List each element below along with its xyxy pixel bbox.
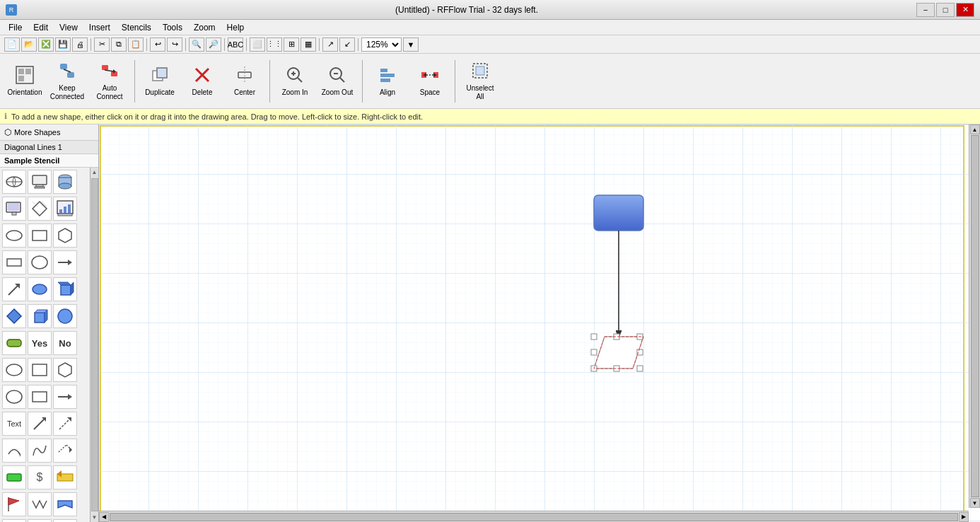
- cube-shape[interactable]: [53, 277, 77, 301]
- scroll-down-btn[interactable]: ▼: [970, 498, 980, 508]
- menu-tools[interactable]: Tools: [157, 21, 188, 34]
- find2-btn[interactable]: 🔎: [206, 37, 221, 52]
- auto-connect-btn[interactable]: AutoConnect: [89, 57, 130, 105]
- scroll-thumb-h[interactable]: [110, 513, 958, 521]
- maximize-button[interactable]: □: [936, 3, 955, 17]
- server-shape[interactable]: [53, 170, 77, 194]
- zigzag-shape[interactable]: [28, 492, 52, 516]
- view4-btn[interactable]: ▦: [301, 37, 316, 52]
- scroll-up-btn[interactable]: ▲: [91, 168, 98, 177]
- save-btn[interactable]: 💾: [55, 37, 71, 52]
- find-btn[interactable]: 🔍: [189, 37, 204, 52]
- rect2-shape[interactable]: [28, 358, 52, 382]
- flag-shape[interactable]: [2, 492, 26, 516]
- menu-zoom[interactable]: Zoom: [188, 21, 221, 34]
- zoom-out-btn[interactable]: Zoom Out: [317, 60, 358, 103]
- cut-btn[interactable]: ✂: [94, 37, 110, 52]
- line-h-shape[interactable]: [2, 519, 26, 522]
- scroll-thumb[interactable]: [91, 178, 98, 511]
- circle-shape[interactable]: [53, 304, 77, 328]
- undo-btn[interactable]: ↩: [150, 37, 165, 52]
- new-btn[interactable]: 📄: [4, 37, 20, 52]
- net-shape[interactable]: [2, 170, 26, 194]
- menu-insert[interactable]: Insert: [83, 21, 116, 34]
- banner-shape[interactable]: [53, 492, 77, 516]
- oval2-shape[interactable]: [2, 358, 26, 382]
- export1-btn[interactable]: ↗: [322, 37, 338, 52]
- copy-btn[interactable]: ⧉: [111, 37, 127, 52]
- view2-btn[interactable]: ⋮⋮: [267, 37, 282, 52]
- rect3-shape[interactable]: [28, 385, 52, 409]
- scroll-left-btn[interactable]: ◀: [99, 512, 109, 522]
- center-btn[interactable]: Center: [224, 60, 265, 103]
- menu-edit[interactable]: Edit: [28, 21, 54, 34]
- shape-blue-rect[interactable]: [594, 195, 643, 231]
- bottom-scrollbar[interactable]: ◀ ▶: [99, 511, 969, 522]
- curve-shape[interactable]: [28, 439, 52, 463]
- close-file-btn[interactable]: ❎: [38, 37, 54, 52]
- delete-btn[interactable]: Delete: [182, 60, 223, 103]
- arrow-diag-shape[interactable]: [2, 277, 26, 301]
- orientation-btn[interactable]: Orientation: [4, 60, 45, 103]
- scroll-right-btn[interactable]: ▶: [959, 512, 969, 522]
- rounded-rect-shape[interactable]: [2, 331, 26, 355]
- menu-stencils[interactable]: Stencils: [116, 21, 157, 34]
- zoom-in-btn[interactable]: Zoom In: [274, 60, 315, 103]
- canvas-area[interactable]: ▲ ▼ ◀ ▶: [99, 124, 980, 522]
- paste-btn[interactable]: 📋: [128, 37, 144, 52]
- shape-parallelogram[interactable]: [591, 334, 643, 371]
- menu-file[interactable]: File: [3, 21, 28, 34]
- menu-help[interactable]: Help: [221, 21, 250, 34]
- highlight-shape[interactable]: [53, 465, 77, 489]
- open-btn[interactable]: 📂: [21, 37, 37, 52]
- view3-btn[interactable]: ⊞: [284, 37, 299, 52]
- rect-shape[interactable]: [28, 224, 52, 248]
- scroll-down-btn[interactable]: ▼: [91, 513, 98, 522]
- text-label[interactable]: Text: [2, 412, 26, 436]
- yes-label[interactable]: Yes: [28, 331, 52, 355]
- rect4-shape[interactable]: [53, 519, 77, 522]
- space-btn[interactable]: Space: [409, 60, 450, 103]
- line-h2-shape[interactable]: [28, 519, 52, 522]
- computer-shape[interactable]: [28, 170, 52, 194]
- arrow-shape[interactable]: [53, 250, 77, 274]
- minimize-button[interactable]: −: [916, 3, 935, 17]
- right-scrollbar[interactable]: ▲ ▼: [969, 124, 980, 508]
- chart-shape[interactable]: [53, 197, 77, 221]
- ellipse-h-shape[interactable]: [2, 224, 26, 248]
- spell-btn[interactable]: ABC: [228, 37, 243, 52]
- arrow6-shape[interactable]: [53, 439, 77, 463]
- zoom-select[interactable]: 50% 75% 100% 125% 150% 200%: [361, 37, 402, 52]
- duplicate-btn[interactable]: Duplicate: [139, 60, 180, 103]
- diamond-shape[interactable]: [28, 197, 52, 221]
- zoom-dropdown-btn[interactable]: ▼: [403, 37, 419, 52]
- dollar-shape[interactable]: $: [28, 465, 52, 489]
- export2-btn[interactable]: ↙: [339, 37, 355, 52]
- oval3-shape[interactable]: [2, 385, 26, 409]
- view1-btn[interactable]: ⬜: [250, 37, 265, 52]
- print-btn[interactable]: 🖨: [72, 37, 88, 52]
- oval-blue-shape[interactable]: [28, 277, 52, 301]
- scroll-up-btn[interactable]: ▲: [970, 124, 980, 134]
- oval-shape[interactable]: [28, 250, 52, 274]
- diamond-blue-shape[interactable]: [2, 304, 26, 328]
- display-shape[interactable]: [2, 197, 26, 221]
- align-btn[interactable]: Align: [367, 60, 408, 103]
- keep-connected-btn[interactable]: KeepConnected: [47, 57, 88, 105]
- arrow4-shape[interactable]: [53, 412, 77, 436]
- hexagon2-shape[interactable]: [53, 358, 77, 382]
- box-3d-shape[interactable]: [28, 304, 52, 328]
- green-fill-shape[interactable]: [2, 465, 26, 489]
- redo-btn[interactable]: ↪: [167, 37, 182, 52]
- arrow2-shape[interactable]: [53, 385, 77, 409]
- unselect-all-btn[interactable]: UnselectAll: [460, 57, 501, 105]
- scroll-thumb-v[interactable]: [971, 135, 979, 497]
- hexagon-shape[interactable]: [53, 224, 77, 248]
- arrow5-shape[interactable]: [2, 439, 26, 463]
- menu-view[interactable]: View: [54, 21, 83, 34]
- arrow3-shape[interactable]: [28, 412, 52, 436]
- rect-sm-shape[interactable]: [2, 250, 26, 274]
- no-label[interactable]: No: [53, 331, 77, 355]
- left-scrollbar[interactable]: ▲ ▼: [90, 168, 98, 522]
- more-shapes-button[interactable]: ⬡ More Shapes: [0, 124, 98, 141]
